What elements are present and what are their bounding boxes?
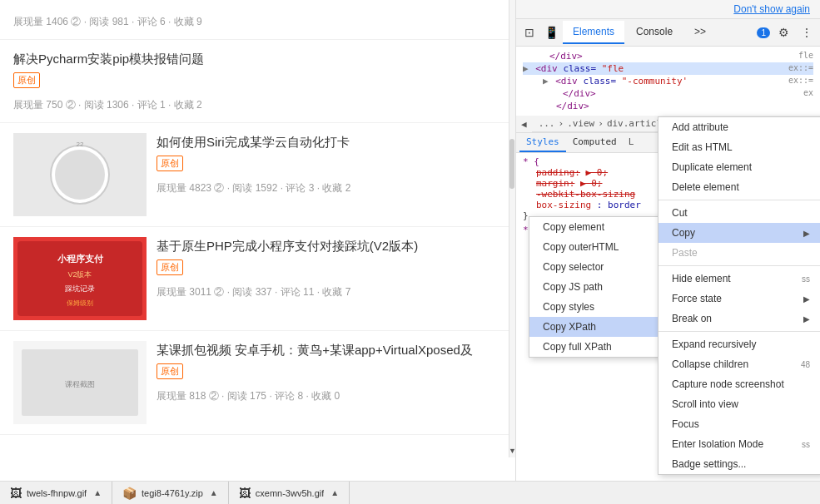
menu-focus-label: Focus xyxy=(672,418,810,430)
menu-delete-element[interactable]: Delete element xyxy=(658,177,820,197)
main-container: 展现量 1406 ② · 阅读 981 · 评论 6 · 收藏 9 解决Pych… xyxy=(0,0,820,481)
download-chevron-3[interactable]: ▲ xyxy=(330,488,339,497)
menu-copy-styles[interactable]: Copy styles xyxy=(529,297,665,317)
article-meta-1: 展现量 1406 ② · 阅读 981 · 评论 6 · 收藏 9 xyxy=(13,15,502,29)
menu-cut[interactable]: Cut xyxy=(658,203,820,223)
collapse-hint: 48 xyxy=(801,360,810,369)
menu-duplicate-element[interactable]: Duplicate element xyxy=(658,157,820,177)
notification-badge: 1 xyxy=(757,27,770,38)
css-boxsizing-name: box-sizing xyxy=(536,200,591,210)
article-content-5: 某课抓包视频 安卓手机：黄鸟+某课app+VirtualXposed及 原创 展… xyxy=(157,341,502,403)
download-chevron-1[interactable]: ▲ xyxy=(93,488,102,497)
chevron-down-icon[interactable]: ▼ xyxy=(509,447,516,455)
more-options-icon[interactable]: ⋮ xyxy=(797,22,817,42)
menu-scroll-into-view[interactable]: Scroll into view xyxy=(658,394,820,414)
menu-break-on-label: Break on xyxy=(672,313,803,324)
device-icon[interactable]: 📱 xyxy=(541,22,561,42)
menu-hide-element-label: Hide element xyxy=(672,273,802,284)
menu-copy-xpath[interactable]: Copy XPath xyxy=(529,317,665,337)
menu-copy-arrow: ▶ xyxy=(803,229,810,238)
tag-original-5: 原创 xyxy=(157,363,183,379)
menu-break-on[interactable]: Break on ▶ xyxy=(658,309,820,329)
tab-more[interactable]: >> xyxy=(684,21,716,44)
svg-point-1 xyxy=(51,146,109,204)
expand-arrow-2[interactable]: ▶ xyxy=(523,63,529,74)
menu-copy-outerhtml[interactable]: Copy outerHTML xyxy=(529,237,665,257)
isolation-hint: ss xyxy=(802,440,810,449)
menu-scroll-into-view-label: Scroll into view xyxy=(672,398,810,410)
article-list: 展现量 1406 ② · 阅读 981 · 评论 6 · 收藏 9 解决Pych… xyxy=(0,0,515,435)
menu-badge-settings[interactable]: Badge settings... xyxy=(658,454,820,474)
html-tag-3: ▶ <div class= "-community' ex::= xyxy=(543,76,688,86)
html-tag-2: <div xyxy=(535,63,563,74)
tab-computed[interactable]: Computed xyxy=(566,133,624,152)
article-title-5[interactable]: 某课抓包视频 安卓手机：黄鸟+某课app+VirtualXposed及 xyxy=(157,341,502,358)
context-menu-primary: Copy element Copy outerHTML Copy selecto… xyxy=(529,216,666,358)
download-name-1: twels-fhnpw.gif xyxy=(27,488,87,498)
menu-copy-full-xpath[interactable]: Copy full XPath xyxy=(529,337,665,357)
article-title-2[interactable]: 解决Pycharm安装pip模块报错问题 xyxy=(13,50,502,67)
menu-copy[interactable]: Copy ▶ xyxy=(658,223,820,243)
download-chevron-2[interactable]: ▲ xyxy=(210,488,218,497)
inspect-icon[interactable]: ⊡ xyxy=(519,22,539,42)
tab-console[interactable]: Console xyxy=(626,21,683,44)
download-item-3[interactable]: 🖼 cxemn-3wv5h.gif ▲ xyxy=(229,482,350,504)
menu-copy-element-label: Copy element xyxy=(543,221,652,233)
scrollbar-thumb[interactable] xyxy=(509,139,514,189)
css-padding-val-strikethrough: ▶ 0; xyxy=(586,167,609,178)
download-item-1[interactable]: 🖼 twels-fhnpw.gif ▲ xyxy=(0,482,112,504)
menu-enter-isolation-mode[interactable]: Enter Isolation Mode ss xyxy=(658,434,820,454)
expand-arrow-3[interactable]: ▶ xyxy=(543,76,549,86)
menu-add-attribute[interactable]: Add attribute xyxy=(658,117,820,137)
menu-capture-screenshot[interactable]: Capture node screenshot xyxy=(658,374,820,394)
css-boxsizing-val: : border xyxy=(597,200,641,210)
menu-edit-as-html[interactable]: Edit as HTML xyxy=(658,137,820,157)
html-hint-1: fle xyxy=(798,51,813,60)
tab-styles[interactable]: Styles xyxy=(519,133,566,152)
menu-add-attribute-label: Add attribute xyxy=(672,121,810,133)
dont-show-again-link[interactable]: Don't show again xyxy=(733,3,810,15)
menu-copy-element[interactable]: Copy element xyxy=(529,217,665,237)
html-hint-4: ex xyxy=(803,88,813,97)
thumb5-svg: 课程截图 xyxy=(13,341,147,424)
menu-copy-label: Copy xyxy=(672,227,803,239)
download-name-3: cxemn-3wv5h.gif xyxy=(256,488,325,498)
tab-elements[interactable]: Elements xyxy=(563,21,624,44)
breadcrumb-2[interactable]: .view xyxy=(567,118,594,129)
menu-copy-js-path[interactable]: Copy JS path xyxy=(529,277,665,297)
styles-more-icon[interactable]: L xyxy=(624,133,639,152)
css-margin-strikethrough: margin: xyxy=(536,178,574,189)
menu-copy-selector[interactable]: Copy selector xyxy=(529,257,665,277)
menu-collapse-children[interactable]: Collapse children 48 xyxy=(658,354,820,374)
nav-back-icon[interactable]: ◀ xyxy=(516,116,532,132)
html-line-2[interactable]: ▶ <div class= "fle ex::= xyxy=(523,62,813,75)
article-thumb-5: 课程截图 xyxy=(13,341,147,424)
menu-hide-element[interactable]: Hide element ss xyxy=(658,269,820,289)
menu-edit-as-html-label: Edit as HTML xyxy=(672,141,810,153)
menu-enter-isolation-mode-label: Enter Isolation Mode xyxy=(672,438,802,450)
tag-original-4: 原创 xyxy=(157,259,183,275)
article-thumb-3: 22 xyxy=(13,133,147,216)
menu-sep-2 xyxy=(658,265,820,266)
html-attr-3: class= xyxy=(583,76,616,86)
download-item-2[interactable]: 📦 tegi8-4761y.zip ▲ xyxy=(112,482,229,504)
article-title-3[interactable]: 如何使用Siri完成某学云自动化打卡 xyxy=(157,133,502,151)
svg-text:小程序支付: 小程序支付 xyxy=(57,254,104,264)
devtools-panel: Don't show again ⊡ 📱 Elements Console >>… xyxy=(516,0,820,481)
menu-focus[interactable]: Focus xyxy=(658,414,820,434)
menu-force-state[interactable]: Force state ▶ xyxy=(658,289,820,309)
svg-point-2 xyxy=(77,172,82,177)
article-meta-3: 展现量 4823 ② · 阅读 1592 · 评论 3 · 收藏 2 xyxy=(157,181,502,195)
menu-expand-recursively[interactable]: Expand recursively xyxy=(658,334,820,354)
article-title-4[interactable]: 基于原生PHP完成小程序支付对接踩坑(V2版本) xyxy=(157,237,502,254)
html-hint-2: ex::= xyxy=(788,63,813,72)
breadcrumb-1[interactable]: ... xyxy=(539,118,555,129)
hide-element-hint: ss xyxy=(802,274,810,284)
menu-sep-1 xyxy=(658,200,820,200)
css-padding-strikethrough: padding: xyxy=(536,167,580,178)
html-attr-2: class= xyxy=(563,63,596,74)
article-item-4: 小程序支付 V2版本 踩坑记录 保姆级别 基于原生PHP完成小程序支付对接踩坑(… xyxy=(0,227,515,331)
settings-icon[interactable]: ⚙ xyxy=(773,22,793,42)
scrollbar[interactable]: ▼ xyxy=(509,0,515,457)
scroll-down-btn[interactable]: ▼ xyxy=(509,444,515,457)
